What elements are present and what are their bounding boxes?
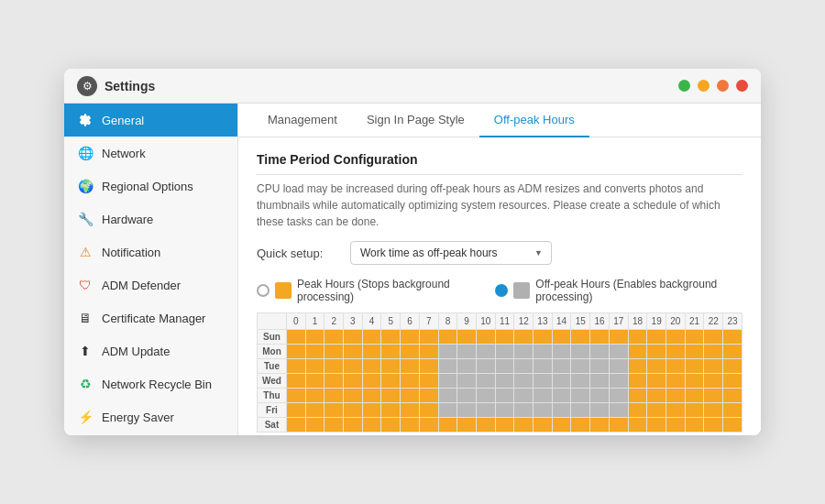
cell-fri-23[interactable]: [723, 403, 742, 418]
cell-sun-2[interactable]: [324, 330, 344, 345]
cell-tue-3[interactable]: [344, 359, 363, 374]
quick-setup-select[interactable]: Work time as off-peak hours Night time a…: [350, 241, 552, 265]
cell-wed-23[interactable]: [723, 374, 742, 389]
cell-fri-12[interactable]: [514, 403, 534, 418]
cell-sat-7[interactable]: [419, 418, 438, 433]
cell-sun-9[interactable]: [457, 330, 477, 345]
cell-sat-4[interactable]: [362, 418, 381, 433]
cell-sat-19[interactable]: [647, 418, 666, 433]
cell-tue-12[interactable]: [514, 359, 534, 374]
cell-fri-20[interactable]: [666, 403, 686, 418]
cell-sat-16[interactable]: [590, 418, 610, 433]
cell-thu-2[interactable]: [324, 389, 344, 403]
cell-fri-21[interactable]: [685, 403, 704, 418]
cell-mon-1[interactable]: [305, 345, 324, 359]
cell-wed-6[interactable]: [401, 374, 420, 389]
cell-sat-23[interactable]: [723, 418, 742, 433]
cell-mon-5[interactable]: [381, 345, 401, 359]
quick-setup-select-wrapper[interactable]: Work time as off-peak hours Night time a…: [350, 241, 552, 265]
cell-wed-18[interactable]: [628, 374, 647, 389]
cell-thu-14[interactable]: [552, 389, 571, 403]
cell-sat-14[interactable]: [552, 418, 571, 433]
cell-mon-13[interactable]: [534, 345, 553, 359]
cell-thu-7[interactable]: [419, 389, 438, 403]
cell-sat-11[interactable]: [495, 418, 514, 433]
cell-thu-23[interactable]: [723, 389, 742, 403]
cell-mon-9[interactable]: [457, 345, 477, 359]
sidebar-item-hardware[interactable]: 🔧 Hardware: [64, 203, 237, 236]
cell-mon-18[interactable]: [628, 345, 647, 359]
cell-fri-19[interactable]: [647, 403, 666, 418]
cell-mon-7[interactable]: [419, 345, 438, 359]
cell-wed-8[interactable]: [438, 374, 457, 389]
cell-thu-8[interactable]: [438, 389, 457, 403]
cell-tue-1[interactable]: [305, 359, 324, 374]
sidebar-item-regional[interactable]: 🌍 Regional Options: [64, 170, 237, 203]
cell-tue-20[interactable]: [666, 359, 686, 374]
cell-mon-21[interactable]: [685, 345, 704, 359]
cell-tue-9[interactable]: [457, 359, 477, 374]
cell-fri-16[interactable]: [590, 403, 610, 418]
cell-mon-4[interactable]: [362, 345, 381, 359]
cell-thu-10[interactable]: [476, 389, 495, 403]
sidebar-item-notification[interactable]: ⚠ Notification: [64, 236, 237, 268]
cell-sun-21[interactable]: [685, 330, 704, 345]
cell-fri-8[interactable]: [438, 403, 457, 418]
cell-tue-6[interactable]: [401, 359, 420, 374]
cell-fri-2[interactable]: [324, 403, 344, 418]
peak-radio[interactable]: [257, 284, 270, 297]
cell-fri-3[interactable]: [344, 403, 363, 418]
cell-thu-12[interactable]: [514, 389, 534, 403]
cell-thu-16[interactable]: [590, 389, 610, 403]
cell-tue-8[interactable]: [438, 359, 457, 374]
offpeak-radio[interactable]: [495, 284, 508, 297]
cell-sat-21[interactable]: [685, 418, 704, 433]
cell-fri-7[interactable]: [419, 403, 438, 418]
sidebar-item-general[interactable]: General: [64, 104, 237, 137]
cell-sun-20[interactable]: [666, 330, 686, 345]
cell-sun-17[interactable]: [609, 330, 628, 345]
tab-off-peak-hours[interactable]: Off-peak Hours: [479, 104, 589, 137]
cell-thu-17[interactable]: [609, 389, 628, 403]
cell-thu-18[interactable]: [628, 389, 647, 403]
tab-management[interactable]: Management: [253, 104, 352, 137]
cell-tue-0[interactable]: [286, 359, 305, 374]
cell-fri-6[interactable]: [401, 403, 420, 418]
cell-thu-11[interactable]: [495, 389, 514, 403]
cell-sun-19[interactable]: [647, 330, 666, 345]
dot-yellow[interactable]: [698, 80, 710, 92]
cell-wed-7[interactable]: [419, 374, 438, 389]
cell-thu-6[interactable]: [401, 389, 420, 403]
cell-thu-1[interactable]: [305, 389, 324, 403]
cell-thu-21[interactable]: [685, 389, 704, 403]
cell-wed-9[interactable]: [457, 374, 477, 389]
cell-sun-5[interactable]: [381, 330, 401, 345]
cell-tue-7[interactable]: [419, 359, 438, 374]
cell-sat-10[interactable]: [476, 418, 495, 433]
cell-mon-8[interactable]: [438, 345, 457, 359]
cell-mon-19[interactable]: [647, 345, 666, 359]
cell-fri-5[interactable]: [381, 403, 401, 418]
cell-tue-2[interactable]: [324, 359, 344, 374]
cell-tue-10[interactable]: [476, 359, 495, 374]
cell-sun-22[interactable]: [704, 330, 723, 345]
cell-sun-0[interactable]: [286, 330, 305, 345]
cell-mon-15[interactable]: [571, 345, 590, 359]
sidebar-item-adm-update[interactable]: ⬆ ADM Update: [64, 334, 237, 367]
cell-sun-18[interactable]: [628, 330, 647, 345]
cell-mon-22[interactable]: [704, 345, 723, 359]
cell-mon-3[interactable]: [344, 345, 363, 359]
cell-sun-13[interactable]: [534, 330, 553, 345]
cell-sat-9[interactable]: [457, 418, 477, 433]
cell-mon-0[interactable]: [286, 345, 305, 359]
cell-thu-15[interactable]: [571, 389, 590, 403]
cell-wed-14[interactable]: [552, 374, 571, 389]
cell-tue-4[interactable]: [362, 359, 381, 374]
cell-mon-16[interactable]: [590, 345, 610, 359]
cell-tue-23[interactable]: [723, 359, 742, 374]
cell-sun-16[interactable]: [590, 330, 610, 345]
cell-sat-5[interactable]: [381, 418, 401, 433]
cell-fri-13[interactable]: [534, 403, 553, 418]
cell-sat-18[interactable]: [628, 418, 647, 433]
cell-sat-13[interactable]: [534, 418, 553, 433]
